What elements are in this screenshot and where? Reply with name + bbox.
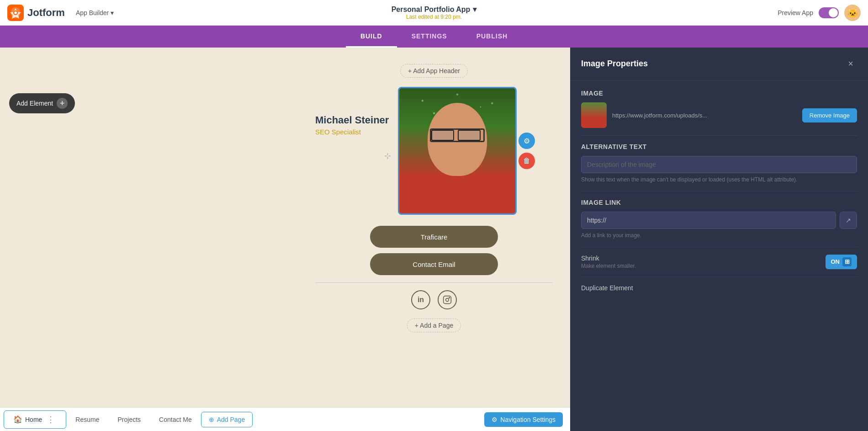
instagram-icon[interactable] — [438, 290, 457, 309]
add-page-label: + Add a Page — [415, 322, 453, 329]
toggle-knob — [829, 8, 838, 17]
app-title-area: Personal Portfolio App ▾ Last edited at … — [392, 5, 477, 20]
panel-header: Image Properties × — [570, 48, 868, 80]
photo-face — [428, 103, 487, 176]
profile-title: SEO Specialist — [315, 128, 389, 136]
bottom-tab-home[interactable]: 🏠 Home ⋮ — [4, 410, 66, 429]
profile-name: Michael Steiner — [315, 114, 389, 126]
svg-point-4 — [446, 298, 449, 302]
social-icons: in — [411, 290, 457, 309]
tab-publish[interactable]: PUBLISH — [462, 26, 522, 48]
bottom-tab-projects[interactable]: Projects — [109, 410, 150, 429]
profile-info: Michael Steiner SEO Specialist — [315, 87, 389, 136]
photo-glasses — [430, 128, 485, 142]
home-tab-label: Home — [25, 416, 42, 423]
add-element-button[interactable]: Add Element + — [9, 93, 75, 113]
home-tab-menu-icon[interactable]: ⋮ — [45, 413, 57, 426]
svg-rect-3 — [444, 296, 451, 304]
profile-photo-bg — [399, 88, 515, 213]
linkedin-icon[interactable]: in — [411, 290, 430, 309]
image-link-row: ↗ — [581, 212, 857, 229]
add-app-header-label: + Add App Header — [408, 67, 460, 74]
tab-settings[interactable]: SETTINGS — [397, 26, 462, 48]
image-url-text: https://www.jotform.com/uploads/s... — [612, 112, 797, 119]
shrink-toggle-icon: ⊞ — [842, 257, 852, 266]
add-element-label: Add Element — [16, 100, 53, 107]
preview-app-label: Preview App — [778, 9, 813, 16]
panel-divider-2 — [581, 191, 857, 192]
duplicate-label: Duplicate Element — [581, 284, 857, 292]
add-page-button[interactable]: + Add a Page — [407, 319, 461, 332]
panel-alt-text-section-title: Alternative Text — [581, 143, 857, 150]
profile-section: Michael Steiner SEO Specialist ⊹ — [297, 87, 571, 215]
panel-image-link-section-title: Image Link — [581, 199, 857, 206]
profile-image-box[interactable] — [398, 87, 517, 215]
home-icon: 🏠 — [13, 415, 22, 424]
shrink-info: Shrink Make element smaller. — [581, 255, 826, 269]
shrink-title: Shrink — [581, 255, 826, 262]
shrink-row: Shrink Make element smaller. ON ⊞ — [581, 255, 857, 269]
bottom-tabs: 🏠 Home ⋮ Resume Projects Contact Me ⊕ Ad… — [0, 407, 570, 431]
panel-close-button[interactable]: × — [844, 57, 857, 71]
preview-toggle[interactable] — [819, 7, 839, 18]
image-controls: ⚙ 🗑 — [519, 133, 535, 169]
add-page-plus-icon: ⊕ — [209, 416, 214, 423]
contact-email-button[interactable]: Contact Email — [370, 253, 498, 275]
last-edited-text: Last edited at 9:20 pm. — [392, 14, 477, 20]
main-layout: Add Element + + Add App Header Michael S… — [0, 48, 868, 431]
app-builder-button[interactable]: App Builder ▾ — [72, 7, 117, 18]
bottom-tab-resume[interactable]: Resume — [66, 410, 108, 429]
profile-image-container: ⊹ ⚙ — [398, 87, 517, 215]
chevron-down-icon: ▾ — [111, 9, 114, 16]
tab-build[interactable]: BUILD — [346, 26, 397, 48]
user-avatar[interactable]: 🐱 — [844, 5, 861, 21]
shrink-desc: Make element smaller. — [581, 263, 826, 269]
image-thumbnail — [581, 102, 607, 128]
nav-settings-button[interactable]: ⚙ Navigation Settings — [484, 412, 563, 427]
projects-tab-label: Projects — [118, 416, 141, 423]
remove-image-button[interactable]: Remove Image — [802, 108, 857, 122]
app-builder-label: App Builder — [76, 9, 109, 16]
app-name-chevron-icon[interactable]: ▾ — [473, 5, 476, 14]
image-link-input[interactable] — [581, 212, 836, 229]
header-right-area: Preview App 🐱 — [778, 5, 861, 21]
link-external-button[interactable]: ↗ — [840, 212, 857, 229]
panel-divider-1 — [581, 135, 857, 136]
app-name-row: Personal Portfolio App ▾ — [392, 5, 477, 14]
image-delete-button[interactable]: 🗑 — [519, 153, 535, 169]
alt-text-hint: Show this text when the image can't be d… — [581, 176, 857, 184]
top-bar: Jotform App Builder ▾ Personal Portfolio… — [0, 0, 868, 26]
image-preview-row: https://www.jotform.com/uploads/s... Rem… — [581, 102, 857, 128]
duplicate-section: Duplicate Element — [581, 277, 857, 292]
image-link-hint: Add a link to your image. — [581, 232, 857, 239]
bottom-tab-contact-me[interactable]: Contact Me — [150, 410, 201, 429]
shrink-toggle-label: ON — [831, 258, 840, 265]
move-handle-icon[interactable]: ⊹ — [384, 151, 391, 161]
glass-left — [431, 130, 454, 141]
panel-image-section-title: Image — [581, 90, 857, 97]
gear-icon: ⚙ — [492, 416, 498, 423]
app-name: Personal Portfolio App — [392, 5, 471, 14]
logo-text: Jotform — [27, 7, 65, 19]
add-page-tab-button[interactable]: ⊕ Add Page — [201, 412, 253, 427]
traficare-button[interactable]: Traficare — [370, 226, 498, 248]
svg-point-2 — [14, 11, 17, 14]
add-app-header-button[interactable]: + Add App Header — [400, 64, 468, 78]
panel-divider-3 — [581, 247, 857, 247]
glass-right — [458, 130, 481, 141]
jotform-logo-icon — [7, 5, 24, 21]
thumb-inner — [581, 102, 607, 128]
right-panel: Image Properties × Image https://www.jot… — [570, 48, 868, 431]
svg-point-5 — [449, 298, 450, 298]
section-divider — [315, 282, 553, 283]
nav-settings-label: Navigation Settings — [500, 416, 556, 423]
add-page-tab-label: Add Page — [217, 416, 245, 423]
contact-me-tab-label: Contact Me — [159, 416, 192, 423]
image-settings-button[interactable]: ⚙ — [519, 133, 535, 149]
alt-text-input[interactable] — [581, 156, 857, 173]
logo-area: Jotform — [7, 5, 65, 21]
shrink-toggle-button[interactable]: ON ⊞ — [826, 255, 857, 269]
panel-title: Image Properties — [581, 59, 648, 69]
panel-body: Image https://www.jotform.com/uploads/s.… — [570, 80, 868, 431]
nav-tabs-bar: BUILD SETTINGS PUBLISH — [0, 26, 868, 48]
